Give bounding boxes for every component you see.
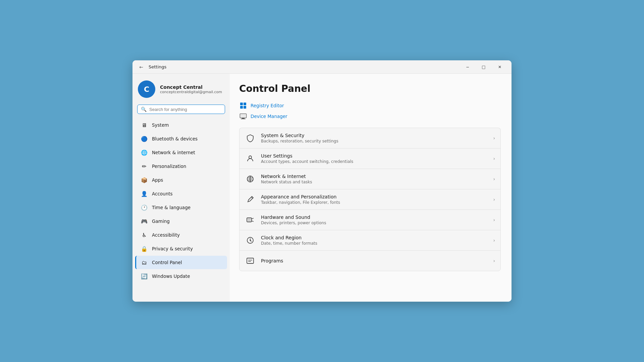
sidebar-item-gaming[interactable]: 🎮 Gaming <box>135 215 227 228</box>
panel-label-user-settings: User Settings <box>261 153 488 159</box>
svg-rect-3 <box>244 106 246 109</box>
window-content: C Concept Central conceptcentraldigital@… <box>132 74 512 302</box>
nav-label-personalization: Personalization <box>152 164 186 169</box>
sidebar-item-bluetooth[interactable]: 🔵 Bluetooth & devices <box>135 132 227 145</box>
nav-label-control-panel: Control Panel <box>152 260 182 265</box>
window-title: Settings <box>149 64 460 69</box>
nav-icon-accounts: 👤 <box>141 190 148 197</box>
panel-label-appearance: Appearance and Personalization <box>261 194 488 199</box>
nav-label-accessibility: Accessibility <box>152 232 180 238</box>
back-button[interactable]: ← <box>137 62 146 72</box>
svg-rect-2 <box>240 106 243 109</box>
panel-desc-appearance: Taskbar, navigation, File Explorer, font… <box>261 200 488 205</box>
nav-label-apps: Apps <box>152 177 163 183</box>
maximize-button[interactable]: □ <box>476 62 491 72</box>
panel-item-programs[interactable]: Programs › <box>239 250 501 271</box>
sidebar-item-control-panel[interactable]: 🗂 Control Panel <box>135 256 227 269</box>
sidebar-nav: 🖥 System 🔵 Bluetooth & devices 🌐 Network… <box>132 118 230 283</box>
panel-chevron-appearance: › <box>493 197 495 202</box>
svg-point-9 <box>247 176 253 182</box>
avatar: C <box>138 80 155 98</box>
search-bar[interactable]: 🔍 <box>137 105 225 114</box>
panel-chevron-system-security: › <box>493 135 495 141</box>
svg-rect-11 <box>248 219 251 221</box>
quick-link-device-manager[interactable]: Device Manager <box>239 112 501 120</box>
minimize-button[interactable]: − <box>460 62 475 72</box>
sidebar-item-apps[interactable]: 📦 Apps <box>135 173 227 187</box>
sidebar-item-windows-update[interactable]: 🔄 Windows Update <box>135 269 227 283</box>
svg-line-13 <box>252 221 254 222</box>
nav-label-network: Network & internet <box>152 150 195 155</box>
panel-text-appearance: Appearance and Personalization Taskbar, … <box>261 194 488 205</box>
panel-label-clock-region: Clock and Region <box>261 235 488 240</box>
ql-icon-device-manager <box>239 112 247 120</box>
panel-item-user-settings[interactable]: User Settings Account types, account swi… <box>239 148 501 169</box>
panel-icon-clock-region <box>245 235 256 246</box>
panel-item-appearance[interactable]: Appearance and Personalization Taskbar, … <box>239 189 501 209</box>
panel-label-hardware-sound: Hardware and Sound <box>261 215 488 220</box>
panel-icon-network-internet <box>245 174 256 184</box>
panel-text-user-settings: User Settings Account types, account swi… <box>261 153 488 164</box>
panel-chevron-programs: › <box>493 258 495 263</box>
panel-item-system-security[interactable]: System & Security Backups, restoration, … <box>239 128 501 148</box>
user-email: conceptcentraldigital@gmail.com <box>160 90 222 94</box>
nav-icon-apps: 📦 <box>141 176 148 184</box>
panel-list: System & Security Backups, restoration, … <box>239 128 501 271</box>
sidebar-item-network[interactable]: 🌐 Network & internet <box>135 146 227 159</box>
svg-rect-16 <box>247 258 254 263</box>
page-title: Control Panel <box>239 83 501 94</box>
panel-label-programs: Programs <box>261 258 488 263</box>
nav-icon-network: 🌐 <box>141 149 148 156</box>
user-section: C Concept Central conceptcentraldigital@… <box>132 74 230 103</box>
nav-icon-system: 🖥 <box>141 121 148 129</box>
sidebar-item-accessibility[interactable]: ♿ Accessibility <box>135 228 227 242</box>
nav-icon-windows-update: 🔄 <box>141 273 148 280</box>
panel-text-system-security: System & Security Backups, restoration, … <box>261 133 488 143</box>
ql-label-registry: Registry Editor <box>251 103 284 108</box>
nav-label-windows-update: Windows Update <box>152 274 190 279</box>
search-input[interactable] <box>149 107 221 112</box>
ql-icon-registry <box>239 102 247 110</box>
nav-icon-bluetooth: 🔵 <box>141 135 148 142</box>
nav-icon-control-panel: 🗂 <box>141 259 148 266</box>
panel-item-hardware-sound[interactable]: Hardware and Sound Devices, printers, po… <box>239 209 501 230</box>
panel-chevron-clock-region: › <box>493 238 495 243</box>
titlebar: ← Settings − □ ✕ <box>132 60 512 74</box>
quick-link-registry[interactable]: Registry Editor <box>239 102 501 110</box>
panel-icon-hardware-sound <box>245 215 256 225</box>
panel-text-programs: Programs <box>261 258 488 263</box>
sidebar-item-accounts[interactable]: 👤 Accounts <box>135 187 227 200</box>
panel-label-network-internet: Network & Internet <box>261 174 488 179</box>
nav-label-system: System <box>152 122 169 128</box>
panel-desc-system-security: Backups, restoration, security settings <box>261 139 488 143</box>
svg-rect-1 <box>244 103 246 105</box>
sidebar-item-privacy[interactable]: 🔒 Privacy & security <box>135 242 227 255</box>
quick-links: Registry Editor Device Manager <box>239 102 501 120</box>
panel-item-clock-region[interactable]: Clock and Region Date, time, number form… <box>239 230 501 250</box>
svg-rect-5 <box>240 114 246 118</box>
panel-desc-clock-region: Date, time, number formats <box>261 241 488 246</box>
nav-icon-privacy: 🔒 <box>141 245 148 252</box>
svg-rect-6 <box>242 118 245 119</box>
sidebar-item-system[interactable]: 🖥 System <box>135 118 227 132</box>
panel-icon-system-security <box>245 133 256 143</box>
panel-desc-user-settings: Account types, account switching, creden… <box>261 159 488 164</box>
panel-desc-hardware-sound: Devices, printers, power options <box>261 221 488 225</box>
panel-chevron-user-settings: › <box>493 156 495 161</box>
nav-icon-personalization: ✏️ <box>141 163 148 170</box>
panel-chevron-hardware-sound: › <box>493 217 495 223</box>
sidebar: C Concept Central conceptcentraldigital@… <box>132 74 230 302</box>
svg-line-12 <box>252 218 254 219</box>
sidebar-item-personalization[interactable]: ✏️ Personalization <box>135 160 227 173</box>
panel-icon-user-settings <box>245 153 256 164</box>
nav-icon-accessibility: ♿ <box>141 231 148 239</box>
panel-item-network-internet[interactable]: Network & Internet Network status and ta… <box>239 169 501 189</box>
panel-text-hardware-sound: Hardware and Sound Devices, printers, po… <box>261 215 488 225</box>
panel-label-system-security: System & Security <box>261 133 488 138</box>
nav-icon-time: 🕐 <box>141 204 148 211</box>
close-button[interactable]: ✕ <box>492 62 507 72</box>
panel-text-network-internet: Network & Internet Network status and ta… <box>261 174 488 184</box>
sidebar-item-time[interactable]: 🕐 Time & language <box>135 201 227 214</box>
panel-desc-network-internet: Network status and tasks <box>261 180 488 184</box>
svg-rect-0 <box>240 103 243 105</box>
